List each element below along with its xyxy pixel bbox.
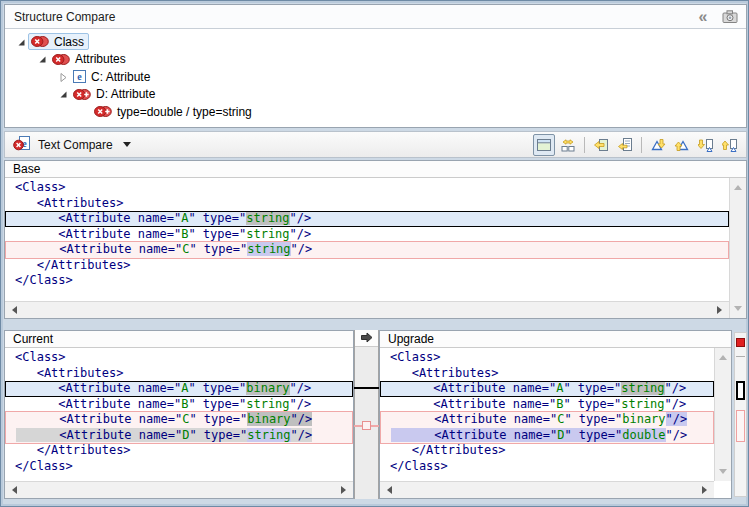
base-vertical-scrollbar[interactable] [729, 178, 746, 318]
xml-text: <Attribute name=" [391, 428, 557, 442]
copy-all-changes-icon[interactable] [590, 134, 612, 156]
xml-text: <Attribute name=" [15, 381, 181, 395]
overview-summary-marker[interactable] [736, 338, 745, 347]
scroll-left-icon[interactable] [8, 486, 17, 494]
code-line: <Class> [380, 350, 714, 366]
scroll-up-icon[interactable] [734, 181, 742, 190]
screenshot-icon[interactable] [720, 8, 740, 26]
xml-text: <Attribute name=" [15, 397, 181, 411]
toggle-side-by-side-icon[interactable] [533, 134, 555, 156]
code-line: <Attribute name="C" type="string"/> [6, 242, 728, 258]
expander-expanded-icon[interactable] [55, 89, 70, 99]
tree-item-label: Attributes [75, 52, 126, 66]
tree-item-content[interactable]: D: Attribute [70, 86, 160, 103]
scroll-up-icon[interactable] [719, 351, 727, 360]
current-code[interactable]: <Class> <Attributes> <Attribute name="A"… [5, 348, 353, 481]
current-pane: Current <Class> <Attributes> <Attribute … [4, 330, 354, 499]
xml-text: "/> [291, 428, 313, 442]
overview-selected-diff-marker[interactable] [736, 381, 745, 400]
compare-window: Structure Compare « ClassAttributeseC: A… [0, 0, 749, 507]
code-line: <Attribute name="A" type="string"/> [5, 211, 729, 227]
expander-collapsed-icon[interactable] [55, 72, 70, 82]
toolbar-separator [584, 137, 585, 153]
expander-expanded-icon[interactable] [34, 54, 49, 64]
collapse-all-icon[interactable]: « [692, 8, 712, 26]
tree-item[interactable]: type=double / type=string [5, 103, 746, 121]
xml-text: </Attributes> [15, 443, 131, 457]
text-compare-icon: e [13, 135, 31, 155]
upgrade-vertical-scrollbar[interactable] [714, 348, 731, 481]
scroll-left-icon[interactable] [383, 486, 392, 494]
base-horizontal-scrollbar[interactable] [5, 301, 729, 318]
previous-change-icon[interactable] [719, 134, 741, 156]
text-compare-title-group[interactable]: e Text Compare [13, 135, 532, 155]
chevron-down-icon[interactable] [123, 142, 131, 151]
xml-text: </Attributes> [390, 443, 506, 457]
code-line: </Class> [380, 459, 714, 475]
tree-item[interactable]: Class [5, 33, 746, 51]
scroll-right-icon[interactable] [702, 486, 711, 494]
compare-direction-header [355, 330, 378, 347]
copy-current-change-icon[interactable] [614, 134, 636, 156]
diff-conflict-add-icon [73, 88, 91, 101]
upgrade-pane-label: Upgrade [380, 331, 731, 348]
attr-value: string [246, 227, 289, 241]
xml-text: "/> [666, 428, 688, 442]
tree-item[interactable]: D: Attribute [5, 86, 746, 104]
toolbar-separator [641, 137, 642, 153]
current-horizontal-scrollbar[interactable] [5, 481, 353, 498]
tree-item-label: C: Attribute [91, 70, 150, 84]
xml-text: " type=" [189, 412, 247, 426]
next-change-icon[interactable] [695, 134, 717, 156]
compare-toolbar [532, 134, 742, 156]
overview-change-diff-marker[interactable] [736, 410, 745, 442]
expander-expanded-icon[interactable] [13, 37, 28, 47]
diff-overview-ruler[interactable] [734, 332, 747, 497]
xml-text: </Class> [15, 459, 73, 473]
swap-panes-icon[interactable] [557, 134, 579, 156]
change-diff-handle[interactable] [362, 421, 371, 430]
selected-diff-connector[interactable] [354, 387, 379, 389]
structure-compare-pane: Structure Compare « ClassAttributeseC: A… [4, 4, 747, 128]
code-line: <Attribute name="C" type="binary"/> [6, 412, 352, 428]
next-difference-icon[interactable] [647, 134, 669, 156]
tree-item[interactable]: eC: Attribute [5, 68, 746, 86]
svg-text:e: e [77, 71, 82, 82]
upgrade-code[interactable]: <Class> <Attributes> <Attribute name="A"… [380, 348, 714, 481]
code-line: <Attributes> [5, 366, 353, 382]
tree-item-content[interactable]: Attributes [49, 51, 131, 68]
upgrade-horizontal-scrollbar[interactable] [380, 481, 714, 498]
code-line: <Attributes> [5, 196, 729, 212]
attr-value: string [246, 211, 289, 225]
scroll-right-icon[interactable] [717, 306, 726, 314]
overview-separator [736, 356, 745, 357]
xml-text: " type=" [189, 428, 247, 442]
scroll-down-icon[interactable] [719, 469, 727, 478]
tree-item-content[interactable]: Class [28, 33, 89, 50]
xml-text: " type=" [188, 227, 246, 241]
xml-text: " type=" [189, 242, 247, 256]
direction-arrow-icon [360, 329, 373, 347]
scroll-right-icon[interactable] [341, 486, 350, 494]
tree-item-content[interactable]: type=double / type=string [91, 103, 257, 120]
xml-text: " type=" [563, 381, 621, 395]
attr-value: double [622, 428, 665, 442]
tree-item[interactable]: Attributes [5, 51, 746, 69]
tree-item-content[interactable]: eC: Attribute [70, 68, 155, 85]
diff-conflict-icon [52, 53, 70, 66]
base-code[interactable]: <Class> <Attributes> <Attribute name="A"… [5, 178, 729, 301]
previous-difference-icon[interactable] [671, 134, 693, 156]
structure-compare-title: Structure Compare [14, 10, 692, 24]
scroll-down-icon[interactable] [734, 306, 742, 315]
code-line: <Attribute name="D" type="string"/> [6, 428, 352, 444]
xml-text: <Class> [15, 180, 66, 194]
code-line: </Attributes> [5, 258, 729, 274]
xml-text: "/> [291, 242, 313, 256]
xml-text: " type=" [564, 412, 622, 426]
xml-text: "/> [290, 211, 312, 225]
scroll-left-icon[interactable] [8, 306, 17, 314]
upgrade-pane: Upgrade <Class> <Attributes> <Attribute … [379, 330, 732, 499]
xml-text: "/> [665, 381, 687, 395]
changed-block: <Attribute name="C" type="binary"/> <Att… [380, 411, 714, 444]
xml-text: <Attributes> [15, 196, 123, 210]
